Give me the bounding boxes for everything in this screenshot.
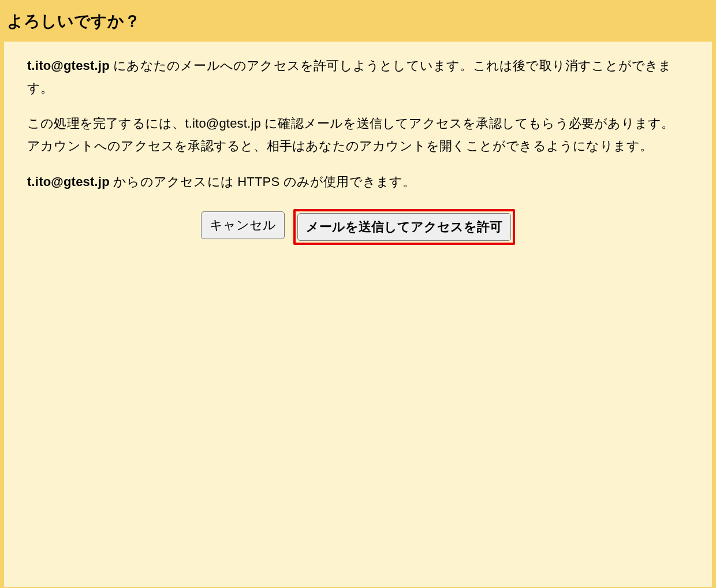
message-1-rest: にあなたのメールへのアクセスを許可しようとしています。これは後で取り消すことがで…	[27, 58, 672, 95]
cancel-button[interactable]: キャンセル	[201, 211, 285, 239]
message-paragraph-1: t.ito@gtest.jp にあなたのメールへのアクセスを許可しようとしていま…	[27, 54, 689, 99]
message-paragraph-3: t.ito@gtest.jp からのアクセスには HTTPS のみが使用できます…	[27, 170, 689, 193]
email-bold-1: t.ito@gtest.jp	[27, 58, 110, 73]
dialog-content: t.ito@gtest.jp にあなたのメールへのアクセスを許可しようとしていま…	[4, 42, 712, 587]
dialog-header: よろしいですか？	[0, 0, 716, 42]
email-bold-3: t.ito@gtest.jp	[27, 174, 110, 189]
button-row: キャンセル メールを送信してアクセスを許可	[27, 209, 689, 245]
message-paragraph-2: この処理を完了するには、t.ito@gtest.jp に確認メールを送信してアク…	[27, 112, 689, 157]
dialog-title: よろしいですか？	[7, 10, 709, 32]
message-3-rest: からのアクセスには HTTPS のみが使用できます。	[110, 174, 416, 189]
send-mail-grant-access-button[interactable]: メールを送信してアクセスを許可	[297, 213, 511, 241]
highlight-frame: メールを送信してアクセスを許可	[293, 209, 515, 245]
